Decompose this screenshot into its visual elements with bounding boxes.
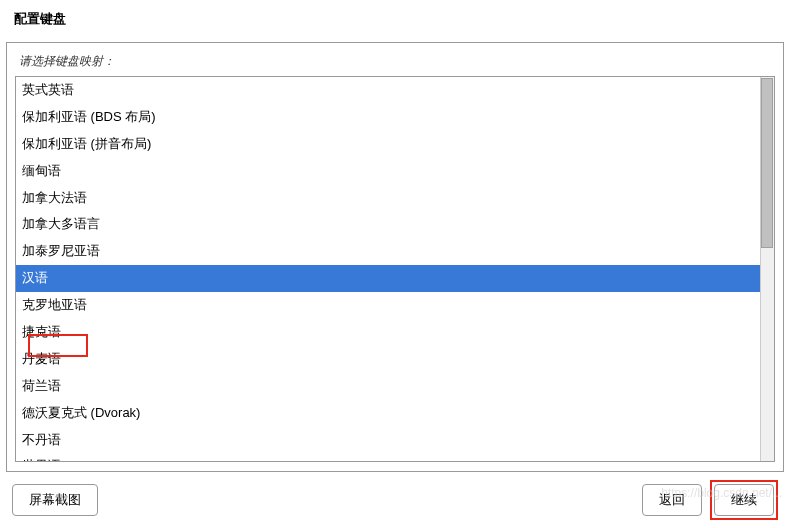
list-item[interactable]: 英式英语 <box>16 77 774 104</box>
prompt-label: 请选择键盘映射： <box>15 53 775 76</box>
list-item[interactable]: 世界语 <box>16 453 774 461</box>
list-item[interactable]: 汉语 <box>16 265 774 292</box>
list-scrollbar-thumb[interactable] <box>761 78 773 248</box>
list-item[interactable]: 加泰罗尼亚语 <box>16 238 774 265</box>
keyboard-list[interactable]: 英式英语保加利亚语 (BDS 布局)保加利亚语 (拼音布局)缅甸语加拿大法语加拿… <box>16 77 774 461</box>
list-item[interactable]: 德沃夏克式 (Dvorak) <box>16 400 774 427</box>
list-item[interactable]: 丹麦语 <box>16 346 774 373</box>
footer: 屏幕截图 返回 继续 <box>0 480 790 520</box>
keyboard-list-container: 英式英语保加利亚语 (BDS 布局)保加利亚语 (拼音布局)缅甸语加拿大法语加拿… <box>15 76 775 462</box>
highlight-continue-button: 继续 <box>710 480 778 520</box>
list-item[interactable]: 加拿大多语言 <box>16 211 774 238</box>
list-item[interactable]: 捷克语 <box>16 319 774 346</box>
list-item[interactable]: 保加利亚语 (BDS 布局) <box>16 104 774 131</box>
list-item[interactable]: 荷兰语 <box>16 373 774 400</box>
continue-button[interactable]: 继续 <box>714 484 774 516</box>
list-item[interactable]: 缅甸语 <box>16 158 774 185</box>
list-item[interactable]: 克罗地亚语 <box>16 292 774 319</box>
list-scrollbar-track[interactable] <box>760 77 774 461</box>
list-item[interactable]: 加拿大法语 <box>16 185 774 212</box>
back-button[interactable]: 返回 <box>642 484 702 516</box>
window-title: 配置键盘 <box>0 0 790 34</box>
screenshot-button[interactable]: 屏幕截图 <box>12 484 98 516</box>
list-item[interactable]: 不丹语 <box>16 427 774 454</box>
main-panel: 请选择键盘映射： 英式英语保加利亚语 (BDS 布局)保加利亚语 (拼音布局)缅… <box>6 42 784 472</box>
nav-button-group: 返回 继续 <box>642 480 778 520</box>
list-item[interactable]: 保加利亚语 (拼音布局) <box>16 131 774 158</box>
